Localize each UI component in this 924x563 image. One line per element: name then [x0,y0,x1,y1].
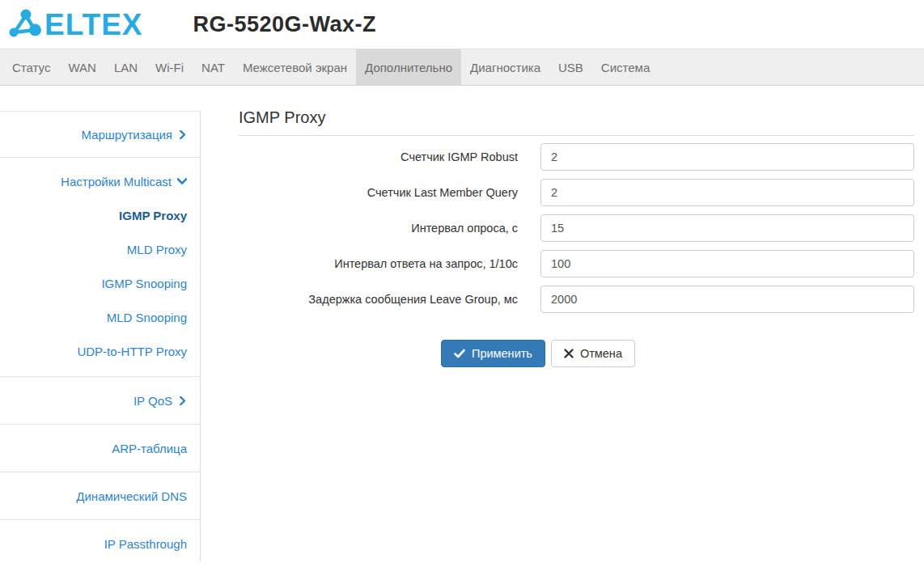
sidebar-item-igmp-proxy[interactable]: IGMP Proxy [0,198,200,232]
sidebar-item-label: IGMP Proxy [119,209,187,222]
field-label: Счетчик Last Member Query [239,186,518,199]
cancel-button-label: Отмена [580,347,622,360]
sidebar-item-label: Динамический DNS [76,489,187,503]
sidebar-item-udp-to-http-proxy[interactable]: UDP-to-HTTP Proxy [0,334,200,368]
tab-diagnostics[interactable]: Диагностика [461,49,549,85]
sidebar-item-label: UDP-to-HTTP Proxy [77,345,187,358]
sidebar-menu: Маршрутизация Настройки Multicast IGMP P… [0,111,201,561]
sidebar-item-mld-proxy[interactable]: MLD Proxy [0,232,200,266]
form-row: Счетчик IGMP Robust [239,143,914,171]
field-label: Счетчик IGMP Robust [239,150,518,163]
sidebar-item-label: IP QoS [134,394,172,408]
form-buttons: Применить Отмена [441,340,914,367]
query-response-interval-input[interactable] [540,250,914,277]
sidebar-section-ipqos: IP QoS [0,377,200,425]
sidebar-section-routing: Маршрутизация [0,112,200,158]
tab-usb[interactable]: USB [549,49,592,85]
sidebar-item-ip-qos[interactable]: IP QoS [134,394,200,408]
eltex-logo: ELTEX [8,7,143,41]
last-member-query-count-input[interactable] [540,179,914,206]
brand-name: ELTEX [45,10,143,40]
form-row: Счетчик Last Member Query [239,179,914,206]
sidebar: Маршрутизация Настройки Multicast IGMP P… [0,86,201,561]
sidebar-item-label: IGMP Snooping [101,277,187,290]
leave-group-delay-input[interactable] [540,286,914,313]
field-label: Задержка сообщения Leave Group, мс [239,293,518,306]
chevron-down-icon [177,176,187,186]
sidebar-item-label: IP Passthrough [104,537,187,551]
form-row: Задержка сообщения Leave Group, мс [239,286,914,313]
main-nav: Статус WAN LAN Wi-Fi NAT Межсетевой экра… [0,49,924,86]
sidebar-item-mld-snooping[interactable]: MLD Snooping [0,300,200,334]
sidebar-item-routing[interactable]: Маршрутизация [81,128,200,142]
sidebar-section-passthrough: IP Passthrough [0,520,200,561]
tab-firewall[interactable]: Межсетевой экран [234,49,356,85]
sidebar-item-ip-passthrough[interactable]: IP Passthrough [0,527,200,561]
tab-wifi[interactable]: Wi-Fi [146,49,193,85]
tab-nat[interactable]: NAT [193,49,234,85]
main-panel: IGMP Proxy Счетчик IGMP Robust Счетчик L… [201,86,924,561]
sidebar-item-arp-table[interactable]: ARP-таблица [112,442,200,455]
tab-status[interactable]: Статус [3,49,59,85]
sidebar-section-multicast: Настройки Multicast IGMP Proxy MLD Proxy… [0,158,200,377]
apply-button-label: Применить [472,347,532,360]
cancel-button[interactable]: Отмена [551,340,635,367]
chevron-right-icon [178,130,187,139]
sidebar-item-label: ARP-таблица [112,442,187,455]
tab-additional[interactable]: Дополнительно [356,49,461,85]
header: ELTEX RG-5520G-Wax-Z [0,0,924,49]
tab-wan[interactable]: WAN [59,49,104,85]
apply-button[interactable]: Применить [441,340,545,367]
igmp-robust-count-input[interactable] [540,143,914,171]
form-row: Интервал ответа на запрос, 1/10с [239,250,914,277]
sidebar-section-arp: ARP-таблица [0,425,200,472]
tab-system[interactable]: Система [592,49,659,85]
sidebar-item-label: MLD Proxy [127,243,187,256]
page-title: IGMP Proxy [239,108,914,136]
chevron-right-icon [178,396,187,405]
sidebar-item-dynamic-dns[interactable]: Динамический DNS [76,489,200,503]
content-area: Маршрутизация Настройки Multicast IGMP P… [0,86,924,561]
field-label: Интервал ответа на запрос, 1/10с [239,257,518,270]
tab-lan[interactable]: LAN [105,49,146,85]
form-row: Интервал опроса, с [239,214,914,242]
sidebar-section-ddns: Динамический DNS [0,472,200,520]
sidebar-item-multicast-settings[interactable]: Настройки Multicast [0,164,200,198]
sidebar-item-label: Настройки Multicast [61,175,172,188]
device-model-title: RG-5520G-Wax-Z [193,12,377,37]
check-icon [454,348,465,359]
query-interval-input[interactable] [540,214,914,242]
sidebar-item-igmp-snooping[interactable]: IGMP Snooping [0,266,200,300]
eltex-molecule-icon [8,7,42,41]
field-label: Интервал опроса, с [239,222,518,235]
sidebar-item-label: Маршрутизация [81,128,172,142]
x-icon [564,349,574,358]
sidebar-item-label: MLD Snooping [107,311,187,324]
